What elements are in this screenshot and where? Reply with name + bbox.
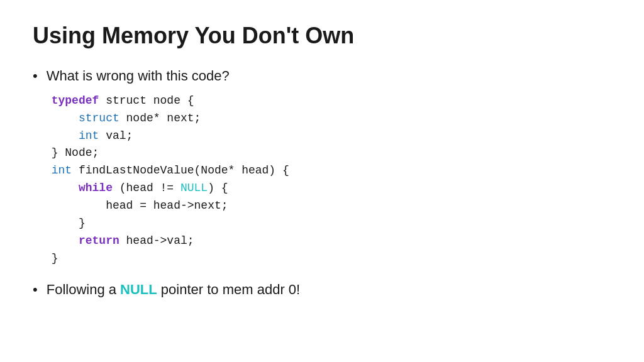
kw-return: return (79, 234, 119, 247)
code-block: typedef struct node { struct node* next;… (52, 92, 611, 268)
kw-struct-1: struct (79, 112, 119, 124)
bullet2-null-highlight: NULL (120, 282, 157, 297)
bullet-item-1: • What is wrong with this code? typedef … (33, 67, 611, 268)
kw-null-1: NULL (180, 182, 208, 194)
code-line-6: while (head != NULL) { (52, 180, 611, 197)
code-line-1: typedef struct node { (52, 92, 611, 110)
code-line-4-text: } Node; (52, 146, 99, 159)
bullet-text-1: What is wrong with this code? (47, 68, 230, 84)
kw-int: int (79, 129, 99, 142)
bullet-dot-2: • (33, 282, 38, 298)
code-line-9: return head->val; (52, 233, 611, 250)
code-line-3: int val; (52, 128, 611, 145)
bullet2-text-after: pointer to mem addr 0! (157, 282, 300, 297)
code-line-10: } (52, 250, 611, 268)
code-line-4: } Node; (52, 145, 611, 162)
bullet2-text-before: Following a (47, 282, 120, 297)
code-line-10-text: } (52, 252, 58, 265)
bullet-dot-1: • (33, 68, 38, 84)
code-line-5-rest: findLastNodeValue(Node* head) { (72, 164, 289, 177)
slide: Using Memory You Don't Own • What is wro… (0, 0, 644, 362)
code-line-2-rest: node* next; (119, 112, 201, 124)
code-line-3-rest: val; (99, 129, 133, 142)
bullet-content-2: Following a NULL pointer to mem addr 0! (47, 280, 611, 300)
kw-typedef: typedef (52, 94, 99, 107)
code-line-6-end: ) { (208, 182, 228, 194)
code-line-7: head = head->next; (52, 197, 611, 215)
bullet-list: • What is wrong with this code? typedef … (33, 67, 611, 300)
code-line-6-rest: (head != (113, 182, 180, 194)
code-line-1-rest: struct node { (99, 94, 194, 107)
bullet-content-1: What is wrong with this code? typedef st… (47, 67, 611, 268)
code-line-8-text: } (79, 217, 86, 229)
code-line-7-text: head = head->next; (106, 199, 228, 212)
kw-while: while (79, 182, 113, 194)
code-line-9-rest: head->val; (119, 234, 194, 247)
bullet-text-2: Following a NULL pointer to mem addr 0! (47, 282, 301, 297)
kw-int-2: int (52, 164, 72, 177)
code-line-2: struct node* next; (52, 110, 611, 128)
code-line-5: int findLastNodeValue(Node* head) { (52, 162, 611, 180)
bullet-item-2: • Following a NULL pointer to mem addr 0… (33, 280, 611, 300)
slide-title: Using Memory You Don't Own (33, 23, 611, 49)
code-line-8: } (52, 215, 611, 233)
